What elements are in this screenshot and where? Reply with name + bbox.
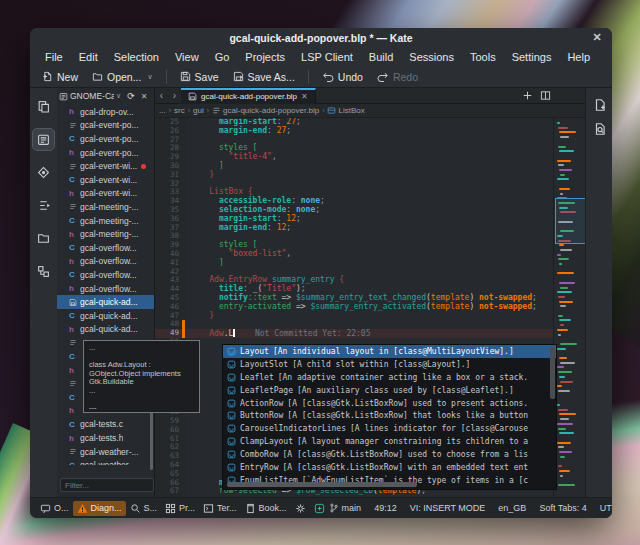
code-line-37[interactable]: 37 margin-end: 12; (155, 224, 585, 233)
statusbar-utf-8[interactable]: UTF-8 (600, 503, 612, 513)
document-preview-icon[interactable] (589, 118, 610, 139)
new-button[interactable]: New (36, 69, 84, 85)
menu-projects[interactable]: Projects (238, 50, 292, 64)
tree-item-gcal-weather-[interactable]: Cgcal-weather-... (57, 458, 154, 465)
tree-item-gcal-weather-[interactable]: gcal-weather-... (57, 445, 154, 459)
project-combo-caret-icon[interactable]: ∨ (116, 92, 121, 100)
new-document-icon[interactable] (589, 94, 610, 115)
tree-item-gcal-meeting-[interactable]: gcal-meeting-... (57, 200, 154, 214)
nav-forward-button[interactable]: › (168, 90, 181, 101)
code-line-30[interactable]: 30 ] (155, 162, 585, 171)
code-line-47[interactable]: 47 } (155, 312, 585, 321)
project-name[interactable]: GNOME-Cale (70, 91, 114, 101)
breadcrumb-src[interactable]: src (174, 106, 185, 115)
statusbar-git-square-button[interactable] (310, 501, 329, 516)
completion-item-ButtonRow[interactable]: ButtonRow [A [class@Gtk.ListBoxRow] that… (223, 409, 556, 422)
completion-horizontal-scrollbar[interactable] (227, 482, 417, 487)
saveas-button[interactable]: Save As... (227, 69, 301, 85)
undo-button[interactable]: Undo (316, 69, 369, 85)
menu-settings[interactable]: Settings (505, 50, 559, 64)
statusbar-vi-insert-mode[interactable]: VI: INSERT MODE (410, 503, 486, 513)
statusbar-en-gb[interactable]: en_GB (498, 503, 526, 513)
tree-item-gcal-overflow-[interactable]: Cgcal-overflow... (57, 268, 154, 282)
statusbar-main[interactable]: main (329, 503, 362, 513)
statusbar-gear-button[interactable] (291, 501, 310, 516)
menu-go[interactable]: Go (208, 50, 237, 64)
completion-item-CarouselIndicatorLines[interactable]: CarouselIndicatorLines [A lines indicato… (223, 422, 556, 435)
code-line-26[interactable]: 26 margin-end: 27; (155, 127, 585, 136)
tab-actions-icon[interactable] (523, 91, 532, 100)
menu-edit[interactable]: Edit (72, 50, 105, 64)
statusbar-49-12[interactable]: 49:12 (374, 503, 397, 513)
breadcrumb-gui[interactable]: gui (193, 106, 204, 115)
dock-hierarchy-icon[interactable] (33, 261, 54, 282)
tree-item-gcal-drop-ov-[interactable]: hgcal-drop-ov... (57, 105, 154, 119)
tree-item-gcal-tests-c[interactable]: Cgcal-tests.c (57, 418, 154, 432)
menu-help[interactable]: Help (560, 50, 597, 64)
tree-item-gcal-event-po-[interactable]: hgcal-event-po... (57, 146, 154, 160)
statusbar-pr-button[interactable]: Pr... (161, 501, 199, 516)
save-button[interactable]: Save (174, 69, 225, 85)
breadcrumb-ListBox[interactable]: ListBox (327, 106, 364, 115)
code-line-31[interactable]: 31 } (155, 171, 585, 180)
code-line-41[interactable]: 41 ] (155, 259, 585, 268)
tree-item-gcal-tests-h[interactable]: hgcal-tests.h (57, 431, 154, 445)
statusbar-s-button[interactable]: S... (126, 501, 162, 516)
code-line-46[interactable]: 46 entry-activated => $summary_entry_act… (155, 303, 585, 312)
tree-item-gcal-meeting-[interactable]: Cgcal-meeting-... (57, 214, 154, 228)
menu-build[interactable]: Build (362, 50, 400, 64)
dock-project-list-icon[interactable] (33, 129, 54, 150)
statusbar-soft-tabs-4[interactable]: Soft Tabs: 4 (539, 503, 586, 513)
menu-selection[interactable]: Selection (107, 50, 166, 64)
nav-back-button[interactable]: ‹ (155, 90, 168, 101)
project-close-icon[interactable]: ✕ (141, 92, 148, 101)
tree-item-gcal-overflow-[interactable]: hgcal-overflow... (57, 255, 154, 269)
filter-input[interactable]: Filter... (60, 478, 154, 492)
code-line-49[interactable]: 49 Adw.LNot Committed Yet: 22:05 (155, 329, 585, 338)
tree-item-gcal-quick-ad-[interactable]: gcal-quick-ad... (57, 295, 154, 309)
statusbar-diagn-button[interactable]: Diagn... (73, 501, 126, 516)
completion-item-ComboRow[interactable]: ComboRow [A [class@Gtk.ListBoxRow] used … (223, 448, 556, 461)
open-caret-icon[interactable]: ∨ (147, 73, 152, 81)
menu-view[interactable]: View (168, 50, 206, 64)
dock-symbols-icon[interactable] (33, 195, 54, 216)
tree-item-gcal-quick-ad-[interactable]: hgcal-quick-ad... (57, 323, 154, 337)
menu-tools[interactable]: Tools (463, 50, 503, 64)
titlebar[interactable]: gcal-quick-add-popover.blp * — Kate ✕ (30, 28, 612, 47)
menu-lsp-client[interactable]: LSP Client (294, 50, 360, 64)
statusbar-o-button[interactable]: O... (36, 501, 73, 516)
completion-vertical-scrollbar[interactable] (550, 347, 555, 399)
tree-item-gcal-event-po-[interactable]: gcal-event-po... (57, 119, 154, 133)
tab-gcal-quick-add-popover[interactable]: gcal-quick-add-popover.blp ✕ (181, 88, 316, 104)
minimap[interactable] (553, 118, 586, 497)
completion-item-Leaflet[interactable]: Leaflet [An adaptive container acting li… (223, 371, 556, 384)
tree-item-gcal-overflow-[interactable]: Cgcal-overflow... (57, 241, 154, 255)
completion-item-LeafletPage[interactable]: LeafletPage [An auxiliary class used by … (223, 384, 556, 397)
minimap-viewport[interactable] (555, 198, 586, 244)
tree-item-gcal-overflow-[interactable]: hgcal-overflow... (57, 282, 154, 296)
breadcrumb--[interactable]: ... (159, 106, 166, 115)
menu-sessions[interactable]: Sessions (402, 50, 461, 64)
completion-item-Layout[interactable]: Layout [An individual layout in [class@M… (223, 345, 556, 358)
dock-git-icon[interactable] (33, 162, 54, 183)
tree-item-gcal-event-wi-[interactable]: gcal-event-wi... (57, 159, 154, 173)
code-line-48[interactable]: 48 (155, 320, 585, 329)
open-button[interactable]: Open...∨ (86, 69, 159, 85)
breadcrumb-gcal-quick-add-popover-blp[interactable]: gcal-quick-add-popover.blp (212, 106, 319, 115)
dock-documents-icon[interactable] (33, 96, 54, 117)
tree-item-gcal-event-wi-[interactable]: hgcal-event-wi... (57, 187, 154, 201)
tree-item-gcal-meeting-[interactable]: hgcal-meeting-... (57, 227, 154, 241)
statusbar-book-button[interactable]: Book... (241, 501, 291, 516)
tree-item-gcal-event-po-[interactable]: Cgcal-event-po... (57, 132, 154, 146)
completion-item-EntryRow[interactable]: EntryRow [A [class@Gtk.ListBoxRow] with … (223, 461, 556, 474)
split-view-icon[interactable] (540, 90, 551, 101)
completion-item-ClampLayout[interactable]: ClampLayout [A layout manager constraini… (223, 435, 556, 448)
completion-item-LayoutSlot[interactable]: LayoutSlot [A child slot within [class@L… (223, 358, 556, 371)
statusbar-ter-button[interactable]: Ter... (199, 501, 241, 516)
tree-item-gcal-event-wi-[interactable]: Cgcal-event-wi... (57, 173, 154, 187)
completion-item-ActionRow[interactable]: ActionRow [A [class@Gtk.ListBoxRow] used… (223, 397, 556, 410)
dock-folder-icon[interactable] (33, 228, 54, 249)
close-button[interactable]: ✕ (590, 30, 604, 44)
tab-close-icon[interactable]: ✕ (301, 92, 308, 101)
project-reload-icon[interactable]: ⟳ (127, 91, 135, 101)
